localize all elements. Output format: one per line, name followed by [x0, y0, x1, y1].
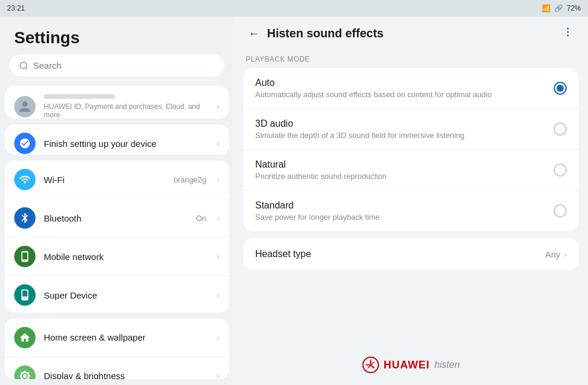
svg-point-3 — [567, 31, 569, 33]
setup-label: Finish setting up your device — [44, 139, 208, 149]
right-footer: HUAWEI histen — [234, 345, 588, 385]
display-chevron: › — [217, 371, 220, 379]
3d-option-name: 3D audio — [255, 118, 547, 129]
natural-radio[interactable] — [554, 163, 567, 177]
search-icon — [19, 61, 28, 70]
bluetooth-icon — [14, 207, 36, 229]
svg-line-1 — [25, 68, 27, 69]
search-bar[interactable] — [9, 54, 224, 76]
super-device-chevron: › — [217, 290, 220, 300]
right-header: ← Histen sound effects — [234, 17, 588, 50]
huawei-logo-icon — [362, 357, 379, 373]
battery-text: 72% — [567, 4, 581, 12]
option-standard[interactable]: Standard Save power for longer playback … — [243, 191, 579, 231]
more-options-button[interactable] — [562, 26, 574, 41]
headset-type-item[interactable]: Headset type Any › — [243, 238, 579, 270]
3d-option-text: 3D audio Simulate the depth of a 3D soun… — [255, 118, 547, 140]
home-screen-chevron: › — [217, 333, 220, 342]
natural-option-desc: Prioritize authentic sound reproduction — [255, 172, 547, 181]
mobile-network-item[interactable]: Mobile network › — [5, 238, 229, 276]
super-device-item[interactable]: Super Device › — [5, 276, 229, 313]
headset-value-wrap: Any › — [545, 249, 567, 259]
svg-point-0 — [20, 62, 27, 69]
option-auto[interactable]: Auto Automatically adjust sound effects … — [243, 68, 579, 109]
wifi-item[interactable]: Wi-Fi orange2g › — [5, 161, 229, 199]
account-sublabel: HUAWEI ID, Payment and purchases, Cloud,… — [44, 102, 208, 118]
main-layout: Settings HUAWEI ID, Payment and purchase… — [0, 17, 588, 385]
wifi-status-icon: 🔗 — [554, 4, 563, 12]
status-bar: 23:21 📶 🔗 72% — [0, 0, 588, 17]
home-screen-text: Home screen & wallpaper — [44, 332, 208, 342]
playback-mode-label: PLAYBACK MODE — [243, 50, 579, 68]
back-button[interactable]: ← — [248, 27, 260, 40]
standard-option-desc: Save power for longer playback time — [255, 213, 547, 222]
standard-radio[interactable] — [554, 204, 567, 217]
display-label: Display & brightness — [44, 371, 208, 379]
wifi-label: Wi-Fi — [44, 175, 165, 185]
natural-option-text: Natural Prioritize authentic sound repro… — [255, 159, 547, 181]
3d-option-desc: Simulate the depth of a 3D sound field f… — [255, 131, 547, 140]
account-text: HUAWEI ID, Payment and purchases, Cloud,… — [44, 94, 208, 118]
status-time: 23:21 — [7, 4, 25, 12]
svg-point-4 — [567, 35, 569, 37]
histen-product-text: histen — [435, 360, 460, 370]
account-section: HUAWEI ID, Payment and purchases, Cloud,… — [5, 86, 229, 118]
wifi-value: orange2g — [173, 175, 206, 184]
setup-section: Finish setting up your device › — [5, 124, 229, 155]
auto-option-name: Auto — [255, 78, 547, 88]
huawei-logo: HUAWEI histen — [362, 357, 460, 373]
auto-option-desc: Automatically adjust sound effects based… — [255, 90, 547, 99]
avatar — [14, 96, 36, 117]
right-panel: ← Histen sound effects PLAYBACK MODE Aut… — [234, 17, 588, 385]
status-icons: 📶 🔗 72% — [542, 4, 581, 12]
search-input[interactable] — [33, 60, 215, 70]
super-device-text: Super Device — [44, 290, 208, 300]
mobile-icon — [14, 246, 36, 267]
bluetooth-text: Bluetooth — [44, 213, 188, 223]
wifi-chevron: › — [217, 175, 220, 184]
signal-icon: 📶 — [542, 4, 551, 12]
huawei-brand-text: HUAWEI — [384, 359, 430, 371]
natural-option-name: Natural — [255, 159, 547, 170]
mobile-chevron: › — [217, 252, 220, 261]
bluetooth-chevron: › — [217, 213, 220, 223]
option-3d-audio[interactable]: 3D audio Simulate the depth of a 3D soun… — [243, 109, 579, 150]
3d-radio[interactable] — [554, 123, 567, 136]
settings-title: Settings — [0, 17, 234, 54]
standard-option-text: Standard Save power for longer playback … — [255, 200, 547, 222]
display-text: Display & brightness — [44, 371, 208, 379]
home-screen-icon — [14, 327, 36, 348]
setup-text: Finish setting up your device — [44, 139, 208, 149]
page-title: Histen sound effects — [267, 27, 384, 40]
wifi-text: Wi-Fi — [44, 175, 165, 185]
home-screen-item[interactable]: Home screen & wallpaper › — [5, 319, 229, 357]
right-content: PLAYBACK MODE Auto Automatically adjust … — [234, 50, 588, 345]
headset-value: Any — [545, 249, 560, 259]
finish-setup-item[interactable]: Finish setting up your device › — [5, 124, 229, 155]
bluetooth-value: On — [196, 214, 206, 223]
left-panel: Settings HUAWEI ID, Payment and purchase… — [0, 17, 234, 385]
display-item[interactable]: Display & brightness › — [5, 357, 229, 379]
mobile-text: Mobile network — [44, 252, 208, 262]
super-device-label: Super Device — [44, 290, 208, 300]
standard-option-name: Standard — [255, 200, 547, 211]
setup-chevron: › — [217, 139, 220, 148]
headset-label: Headset type — [255, 249, 311, 259]
svg-point-2 — [567, 28, 569, 30]
home-screen-label: Home screen & wallpaper — [44, 332, 208, 342]
option-natural[interactable]: Natural Prioritize authentic sound repro… — [243, 150, 579, 191]
bluetooth-label: Bluetooth — [44, 213, 188, 223]
setup-icon — [14, 133, 36, 154]
mobile-label: Mobile network — [44, 252, 208, 262]
huawei-id-item[interactable]: HUAWEI ID, Payment and purchases, Cloud,… — [5, 86, 229, 118]
display-icon — [14, 365, 36, 379]
header-left: ← Histen sound effects — [248, 27, 384, 40]
headset-chevron: › — [564, 249, 567, 259]
bluetooth-item[interactable]: Bluetooth On › — [5, 199, 229, 238]
auto-radio[interactable] — [554, 82, 567, 95]
connectivity-section: Wi-Fi orange2g › Bluetooth On › — [5, 161, 229, 313]
playback-options-card: Auto Automatically adjust sound effects … — [243, 68, 579, 231]
chevron-icon: › — [217, 102, 220, 111]
personalization-section: Home screen & wallpaper › Display & brig… — [5, 319, 229, 379]
wifi-icon — [14, 169, 36, 190]
